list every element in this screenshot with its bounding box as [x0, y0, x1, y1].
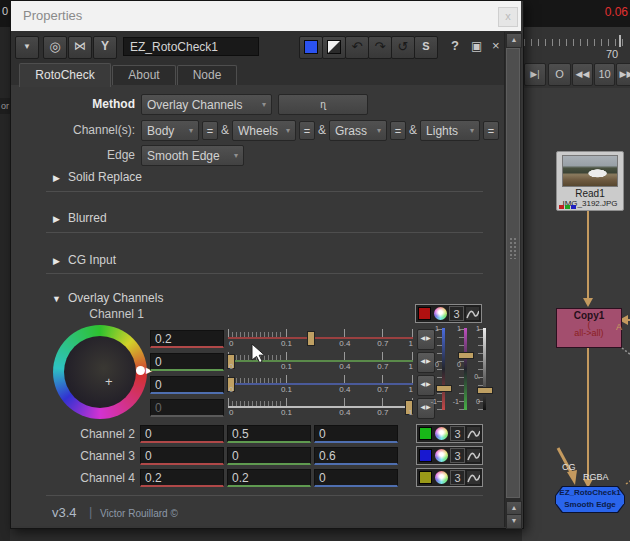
color-wheel-button[interactable] — [434, 426, 449, 441]
color-wheel-button[interactable] — [433, 306, 448, 321]
method-dropdown[interactable]: Overlay Channels ▾ — [141, 94, 272, 115]
section-blurred[interactable]: Blurred — [68, 211, 107, 225]
channel-count-button[interactable]: 3 — [450, 448, 465, 463]
help-icon[interactable]: ? — [451, 38, 459, 53]
color-wheel-interior[interactable]: + — [64, 336, 136, 408]
frame-increment-field[interactable]: 10 — [594, 63, 615, 86]
channel1-g-field[interactable] — [150, 353, 224, 371]
channel-dropdown-body[interactable]: Body ▾ — [141, 120, 199, 141]
color-swatch-button[interactable] — [418, 448, 433, 463]
footer-divider — [46, 495, 483, 496]
color-wheel-button[interactable] — [434, 470, 449, 485]
triangle-down-icon[interactable]: ▼ — [52, 294, 61, 304]
script-button[interactable]: S — [414, 36, 438, 59]
tab-node[interactable]: Node — [177, 65, 237, 86]
center-node-icon[interactable]: ◎ — [43, 36, 67, 59]
node-color-button[interactable] — [299, 36, 323, 59]
curve-button[interactable] — [466, 448, 481, 463]
node-graph[interactable]: Read1 IMG_3192.JPG Copy1 ( all->all) A C… — [522, 88, 630, 541]
redo-icon[interactable]: ↷ — [368, 36, 392, 59]
triangle-right-icon[interactable]: ▶ — [53, 173, 60, 183]
rotocheck-node[interactable]: EZ_RotoCheck1 Smooth Edge — [555, 486, 625, 513]
timeline-ruler[interactable] — [524, 39, 627, 46]
channel-dropdown-lights[interactable]: Lights ▾ — [420, 120, 480, 141]
hue-marker[interactable] — [136, 366, 145, 375]
channel4-r-field[interactable] — [140, 469, 224, 487]
method-hotkey-button[interactable]: ɳ — [278, 94, 368, 115]
equals-button[interactable]: = — [483, 121, 499, 140]
color-wheel[interactable]: + ▶ — [53, 325, 147, 419]
tab-about[interactable]: About — [112, 65, 176, 86]
node-name-field[interactable] — [123, 37, 259, 56]
properties-titlebar[interactable]: Properties x — [11, 1, 521, 32]
vslider-handle[interactable] — [458, 352, 474, 359]
float-window-icon[interactable]: ▣ — [471, 39, 482, 53]
read-node[interactable]: Read1 IMG_3192.JPG — [556, 151, 624, 211]
channel3-b-field[interactable] — [314, 447, 398, 465]
color-wheel-button[interactable] — [434, 448, 449, 463]
color-swatch-button[interactable] — [418, 426, 433, 441]
curve-button[interactable] — [466, 470, 481, 485]
section-overlay-channels[interactable]: Overlay Channels — [68, 291, 163, 305]
nudge-buttons[interactable]: ◀▶ — [417, 329, 435, 350]
channel4-g-field[interactable] — [227, 469, 311, 487]
undo-icon[interactable]: ↶ — [345, 36, 369, 59]
read-node-name: Read1 — [557, 188, 623, 199]
channel-count-button[interactable]: 3 — [450, 426, 465, 441]
triangle-right-icon[interactable]: ▶ — [53, 256, 60, 266]
goto-end-button[interactable]: ▶| — [524, 63, 546, 86]
equals-button[interactable]: = — [202, 121, 218, 140]
tick-label: 0.7 — [377, 339, 388, 348]
section-solid-replace[interactable]: Solid Replace — [68, 170, 142, 184]
slider-handle[interactable] — [307, 331, 315, 346]
loop-mode-button[interactable]: O — [548, 63, 571, 86]
nudge-buttons[interactable]: ◀▶ — [417, 375, 435, 396]
step-back-button[interactable]: ◀◀ — [572, 63, 593, 86]
channel2-r-field[interactable] — [140, 425, 224, 443]
channel3-r-field[interactable] — [140, 447, 224, 465]
curve-button[interactable] — [466, 426, 481, 441]
vslider-handle[interactable] — [477, 387, 493, 394]
blue-channel-chip — [571, 205, 576, 209]
channel1-a-field[interactable] — [150, 399, 224, 417]
postage-stamp-icon[interactable]: ⋈ — [68, 36, 92, 59]
scroll-up-button[interactable]: ▲ — [506, 33, 522, 48]
slider-b[interactable]: 0 0.1 0.4 0.7 1 — [228, 375, 413, 395]
wrench-icon[interactable]: Y — [93, 36, 117, 59]
channel3-g-field[interactable] — [227, 447, 311, 465]
triangle-right-icon[interactable]: ▶ — [53, 214, 60, 224]
channel-dropdown-wheels[interactable]: Wheels ▾ — [232, 120, 296, 141]
tab-rotocheck[interactable]: RotoCheck — [19, 63, 111, 87]
panel-menu-button[interactable]: ▼ — [15, 36, 39, 59]
step-forward-button[interactable]: ▶▶ — [616, 63, 630, 86]
channel2-b-field[interactable] — [314, 425, 398, 443]
gl-color-button[interactable] — [322, 36, 346, 59]
vtick-label: -1 — [423, 398, 437, 405]
scroll-down-button[interactable]: ▼ — [506, 514, 522, 529]
copy-node[interactable]: Copy1 ( all->all) — [556, 308, 622, 348]
channel1-b-field[interactable] — [150, 376, 224, 394]
close-panel-icon[interactable]: × — [492, 38, 500, 53]
color-swatch-button[interactable] — [417, 306, 432, 321]
panel-scrollbar[interactable]: ▲ ▲ ▼ — [504, 32, 521, 527]
equals-button[interactable]: = — [299, 121, 315, 140]
window-close-button[interactable]: x — [498, 7, 518, 27]
vslider-i[interactable] — [483, 328, 486, 410]
section-cg-input[interactable]: CG Input — [68, 253, 116, 267]
revert-icon[interactable]: ↺ — [391, 36, 415, 59]
curve-button[interactable] — [465, 306, 480, 321]
channel-count-button[interactable]: 3 — [450, 470, 465, 485]
channel4-b-field[interactable] — [314, 469, 398, 487]
slider-a[interactable]: 0 0.1 0.4 0.7 1 — [228, 398, 413, 418]
channel1-r-field[interactable] — [150, 330, 224, 348]
edge-dropdown[interactable]: Smooth Edge ▾ — [141, 145, 244, 166]
swatch-blue — [419, 449, 432, 462]
color-swatch-button[interactable] — [418, 470, 433, 485]
vslider-handle[interactable] — [436, 385, 452, 392]
scrollbar-thumb[interactable] — [506, 48, 520, 498]
equals-button[interactable]: = — [390, 121, 406, 140]
channel-dropdown-grass[interactable]: Grass ▾ — [329, 120, 387, 141]
channel-count-button[interactable]: 3 — [449, 306, 464, 321]
channel2-g-field[interactable] — [227, 425, 311, 443]
channel1-buttons: 3 — [415, 304, 482, 323]
